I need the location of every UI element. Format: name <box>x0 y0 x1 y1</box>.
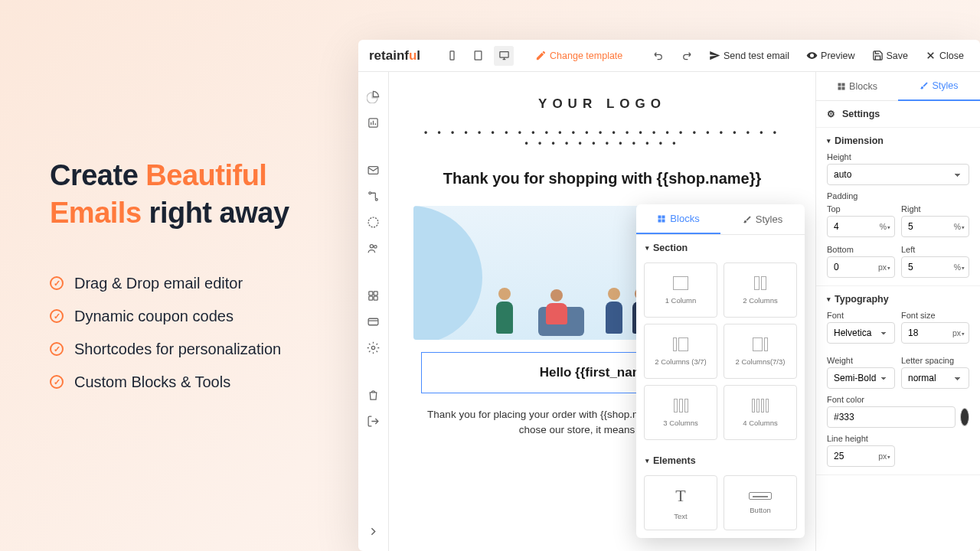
settings-section: Settings <box>816 101 980 128</box>
block-2columns-73[interactable]: 2 Columns(7/3) <box>724 324 797 379</box>
unit-label[interactable]: % <box>954 222 965 231</box>
section-title: Section <box>645 243 795 253</box>
email-logo-placeholder[interactable]: YOUR LOGO <box>421 86 783 122</box>
brush-icon <box>743 215 752 224</box>
dimension-title[interactable]: Dimension <box>827 135 969 146</box>
nav-dashboard[interactable] <box>363 86 384 107</box>
panel-tab-styles[interactable]: Styles <box>898 72 980 101</box>
block-button[interactable]: Button <box>724 475 797 530</box>
dimension-section: Dimension Height auto Padding Top % Righ… <box>816 128 980 286</box>
check-icon <box>50 276 64 290</box>
nav-coupons[interactable] <box>363 211 384 233</box>
nav-billing[interactable] <box>363 311 384 332</box>
unit-label[interactable]: % <box>954 262 965 272</box>
popup-section-header[interactable]: Section <box>636 235 805 256</box>
svg-rect-2 <box>499 52 508 58</box>
svg-rect-31 <box>662 215 665 218</box>
desktop-view-button[interactable] <box>494 46 514 66</box>
email-heading[interactable]: Thank you for shopping with {{shop.name}… <box>421 162 783 206</box>
block-2columns[interactable]: 2 Columns <box>724 262 797 318</box>
blocks-popup: Blocks Styles Section 1 Column 2 Columns… <box>636 204 805 538</box>
popup-tab-blocks[interactable]: Blocks <box>636 204 720 234</box>
fontcolor-input[interactable] <box>827 406 956 428</box>
block-label: 4 Columns <box>743 419 777 427</box>
block-text[interactable]: TText <box>644 475 717 530</box>
block-label: 1 Column <box>665 296 697 305</box>
block-1column[interactable]: 1 Column <box>644 262 717 318</box>
save-button[interactable]: Save <box>867 47 914 64</box>
unit-label[interactable]: px <box>952 328 965 337</box>
nav-analytics[interactable] <box>363 112 384 133</box>
block-3columns[interactable]: 3 Columns <box>644 385 717 440</box>
tablet-view-button[interactable] <box>468 46 488 66</box>
feature-text: Dynamic coupon codes <box>74 308 234 325</box>
mobile-view-button[interactable] <box>442 46 462 66</box>
logo-text: retainf <box>369 48 409 63</box>
envelope-icon <box>367 164 380 177</box>
mobile-icon <box>446 50 458 61</box>
nav-store[interactable] <box>363 384 384 406</box>
illustration-blob <box>413 206 482 340</box>
redo-button[interactable] <box>676 45 697 67</box>
svg-point-17 <box>370 244 373 247</box>
svg-rect-20 <box>374 291 377 295</box>
preview-button[interactable]: Preview <box>801 47 860 64</box>
spacing-label: Letter spacing <box>901 356 969 365</box>
close-button[interactable]: Close <box>920 47 969 64</box>
unit-label[interactable]: % <box>880 222 890 231</box>
check-icon <box>50 375 64 389</box>
check-icon <box>50 342 64 356</box>
weight-select[interactable]: Semi-Bold <box>827 367 895 389</box>
preview-label: Preview <box>821 51 854 61</box>
color-swatch[interactable] <box>960 408 969 426</box>
desktop-icon <box>498 50 510 61</box>
svg-point-13 <box>375 198 377 201</box>
popup-elements-header[interactable]: Elements <box>636 448 805 469</box>
svg-rect-21 <box>369 296 373 300</box>
nav-automations[interactable] <box>363 185 384 207</box>
brush-icon <box>920 81 929 90</box>
font-select[interactable]: Helvetica <box>827 322 895 344</box>
height-select[interactable]: auto <box>827 164 969 185</box>
nav-logout[interactable] <box>363 410 384 432</box>
change-template-button[interactable]: Change template <box>535 50 622 61</box>
grid-icon <box>367 289 380 302</box>
svg-rect-27 <box>842 83 845 86</box>
card-icon <box>367 315 380 328</box>
svg-point-25 <box>371 346 374 349</box>
block-2columns-37[interactable]: 2 Columns (3/7) <box>644 324 717 379</box>
heading-pre: Create <box>50 159 145 191</box>
font-label: Font <box>827 311 895 320</box>
illustration-person <box>496 288 513 334</box>
eye-icon <box>806 50 818 61</box>
chevron-right-icon <box>367 525 380 538</box>
svg-point-18 <box>374 245 377 248</box>
undo-button[interactable] <box>648 45 670 67</box>
panel-tabs: Blocks Styles <box>816 72 980 101</box>
popup-tabs: Blocks Styles <box>636 204 805 235</box>
undo-icon <box>653 50 665 61</box>
nav-settings[interactable] <box>363 337 384 358</box>
marketing-heading: Create Beautiful Emails right away <box>50 157 341 233</box>
marketing-panel: Create Beautiful Emails right away Drag … <box>50 157 341 399</box>
svg-rect-30 <box>658 215 662 218</box>
panel-tab-blocks[interactable]: Blocks <box>816 72 898 101</box>
unit-label[interactable]: px <box>878 262 890 272</box>
popup-tab-styles[interactable]: Styles <box>720 204 805 234</box>
svg-rect-1 <box>475 51 482 60</box>
svg-rect-29 <box>842 86 845 90</box>
pie-icon <box>367 90 380 103</box>
nav-customers[interactable] <box>363 237 384 259</box>
nav-emails[interactable] <box>363 159 384 181</box>
spacing-select[interactable]: normal <box>901 367 969 389</box>
typography-title[interactable]: Typography <box>827 294 969 305</box>
block-4columns[interactable]: 4 Columns <box>724 385 797 440</box>
send-test-button[interactable]: Send test email <box>704 47 795 64</box>
nav-expand[interactable] <box>363 520 384 542</box>
element-blocks-grid: TText Button <box>636 469 805 538</box>
feature-item: Custom Blocks & Tools <box>50 366 341 399</box>
divider-dots: • • • • • • • • • • • • • • • • • • • • … <box>421 122 783 162</box>
height-label: Height <box>827 152 969 161</box>
nav-apps[interactable] <box>363 285 384 306</box>
unit-label[interactable]: px <box>878 452 890 461</box>
